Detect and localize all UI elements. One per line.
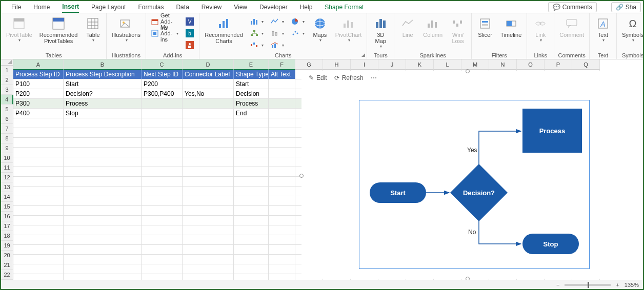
- cell[interactable]: [269, 255, 295, 264]
- row-header[interactable]: 17: [1, 221, 13, 231]
- cell[interactable]: [64, 128, 142, 138]
- cell[interactable]: [269, 138, 295, 148]
- cell[interactable]: [183, 216, 234, 225]
- cell[interactable]: [183, 255, 234, 264]
- cell[interactable]: [269, 264, 295, 274]
- cell[interactable]: [183, 264, 234, 274]
- row-header[interactable]: 21: [1, 260, 13, 270]
- link-button[interactable]: Link▾: [530, 15, 551, 44]
- cell[interactable]: [269, 118, 295, 128]
- cell[interactable]: [234, 138, 269, 148]
- cell[interactable]: [64, 225, 142, 235]
- my-addins-button[interactable]: My Add-ins▾: [149, 28, 180, 38]
- column-header[interactable]: C: [142, 59, 183, 70]
- cell[interactable]: [142, 167, 183, 177]
- column-header[interactable]: H: [323, 59, 351, 70]
- timeline-button[interactable]: Timeline: [498, 15, 524, 39]
- cell[interactable]: Yes,No: [183, 89, 234, 99]
- cell[interactable]: [64, 196, 142, 206]
- bing-addin-button[interactable]: b: [184, 28, 196, 38]
- column-header[interactable]: E: [234, 59, 269, 70]
- row-header[interactable]: 5: [1, 105, 13, 114]
- row-header[interactable]: 4: [1, 95, 13, 105]
- cell[interactable]: [13, 255, 64, 264]
- cell[interactable]: [183, 118, 234, 128]
- diagram-canvas[interactable]: ✎Edit ⟳Refresh ⋯ Start Decision? Process…: [301, 71, 640, 279]
- cell[interactable]: [142, 177, 183, 187]
- row-header[interactable]: 18: [1, 231, 13, 241]
- cell[interactable]: [234, 177, 269, 187]
- chart-line-button[interactable]: ▾: [269, 16, 286, 27]
- cell[interactable]: [64, 245, 142, 255]
- cell[interactable]: [64, 206, 142, 216]
- cell[interactable]: [269, 99, 295, 109]
- cell[interactable]: [13, 264, 64, 274]
- tab-home[interactable]: Home: [33, 2, 50, 12]
- resize-handle[interactable]: [299, 174, 304, 178]
- tab-help[interactable]: Help: [300, 2, 313, 12]
- cell[interactable]: Process: [64, 99, 142, 109]
- cell[interactable]: [142, 187, 183, 196]
- tab-view[interactable]: View: [234, 2, 247, 12]
- column-header[interactable]: O: [517, 59, 545, 70]
- comments-button[interactable]: 💬Comments: [548, 2, 597, 12]
- cell[interactable]: [234, 187, 269, 196]
- recommended-charts-button[interactable]: Recommended Charts: [203, 15, 245, 45]
- cell[interactable]: Alt Text: [269, 70, 295, 79]
- cell[interactable]: [234, 148, 269, 157]
- cell[interactable]: Shape Type: [234, 70, 269, 79]
- row-header[interactable]: 12: [1, 173, 13, 182]
- column-header[interactable]: A: [13, 59, 64, 70]
- cell[interactable]: [142, 216, 183, 225]
- cell[interactable]: [64, 177, 142, 187]
- cell[interactable]: [142, 196, 183, 206]
- column-header[interactable]: B: [64, 59, 142, 70]
- tab-review[interactable]: Review: [202, 2, 222, 12]
- cell[interactable]: [13, 128, 64, 138]
- tab-shapeformat[interactable]: Shape Format: [325, 2, 364, 12]
- cell[interactable]: [183, 167, 234, 177]
- cell[interactable]: [269, 177, 295, 187]
- cell[interactable]: [269, 157, 295, 167]
- cell[interactable]: [183, 274, 234, 280]
- cell[interactable]: [269, 235, 295, 245]
- cell[interactable]: [64, 274, 142, 280]
- cell[interactable]: [183, 157, 234, 167]
- cell[interactable]: P100: [13, 79, 64, 89]
- cell[interactable]: Connector Label: [183, 70, 234, 79]
- cell[interactable]: [183, 128, 234, 138]
- column-header[interactable]: J: [378, 59, 406, 70]
- flow-decision-shape[interactable]: Decision?: [451, 164, 507, 221]
- cell[interactable]: [234, 128, 269, 138]
- row-header[interactable]: 15: [1, 202, 13, 212]
- chart-hierarchy-button[interactable]: ▾: [248, 28, 266, 38]
- cell[interactable]: [142, 128, 183, 138]
- illustrations-button[interactable]: Illustrations▾: [110, 15, 143, 44]
- cell[interactable]: Process Step Description: [64, 70, 142, 79]
- cell[interactable]: [234, 274, 269, 280]
- cell[interactable]: P200: [13, 89, 64, 99]
- cell[interactable]: [13, 196, 64, 206]
- cell[interactable]: [234, 245, 269, 255]
- cell[interactable]: [64, 138, 142, 148]
- zoom-slider[interactable]: [565, 284, 611, 286]
- cell[interactable]: [183, 245, 234, 255]
- cell[interactable]: [142, 109, 183, 118]
- row-header[interactable]: 9: [1, 143, 13, 153]
- cell[interactable]: [183, 187, 234, 196]
- column-header[interactable]: I: [351, 59, 378, 70]
- cell[interactable]: Start: [64, 79, 142, 89]
- cell[interactable]: [269, 109, 295, 118]
- cell[interactable]: [269, 79, 295, 89]
- cell[interactable]: P200: [142, 79, 183, 89]
- cell[interactable]: [13, 206, 64, 216]
- cell[interactable]: [64, 167, 142, 177]
- zoom-out-button[interactable]: −: [556, 282, 559, 288]
- cell[interactable]: [13, 274, 64, 280]
- cell[interactable]: [183, 148, 234, 157]
- cell[interactable]: Process Step ID: [13, 70, 64, 79]
- pivottable-button[interactable]: PivotTable▾: [4, 15, 34, 44]
- cell[interactable]: [64, 264, 142, 274]
- cell[interactable]: Process: [234, 99, 269, 109]
- cell[interactable]: [269, 167, 295, 177]
